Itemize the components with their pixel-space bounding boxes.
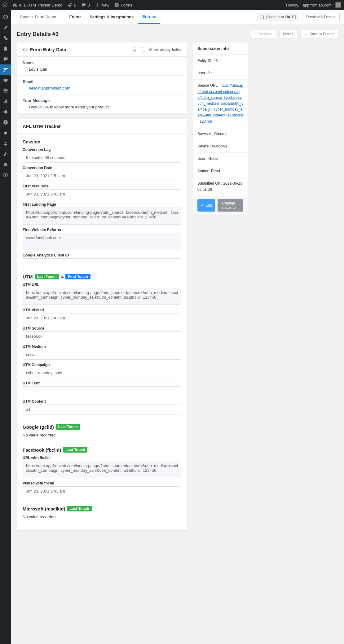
utm-medium-value: social <box>23 350 181 360</box>
submission-status: Status : Read <box>193 165 248 177</box>
wp-admin-sidebar <box>0 10 11 542</box>
entry-email-link[interactable]: hello@appfromlab.com <box>29 86 70 90</box>
menu-users[interactable] <box>0 138 11 149</box>
utm-tracker-card: AFL UTM Tracker Session Conversion Lag 9… <box>17 119 187 531</box>
menu-settings[interactable] <box>0 159 11 170</box>
menu-tools[interactable] <box>0 149 11 159</box>
fbclid-url-value: https://utm.appfromlab.com/landing-page/… <box>23 461 181 478</box>
microsoft-novalue: No value recorded. <box>23 515 181 519</box>
howdy-text: Howdy, <box>286 3 299 7</box>
utm-section-title: UTM Last Touch = First Touch <box>23 274 181 279</box>
updates-link[interactable]: 6 <box>65 0 78 10</box>
svg-point-25 <box>4 165 6 166</box>
submission-header: Submission Info <box>193 42 248 55</box>
conversion-date-value: Jun 23, 2021 2:51 am <box>23 171 181 181</box>
utm-campaign-value: cyber_monday_sale <box>23 368 181 378</box>
svg-rect-11 <box>4 89 8 90</box>
source-url-link[interactable]: https://utm.appfromlab.com/landing-page/… <box>197 83 243 123</box>
show-empty-label: Show empty fields <box>149 47 182 52</box>
next-button[interactable]: Next › <box>279 30 298 38</box>
form-entry-card: Form Entry Data Show empty fields Name L… <box>17 42 187 113</box>
edit-button[interactable]: Edit <box>197 199 215 212</box>
username[interactable]: appfromlab.com <box>303 3 332 7</box>
menu-media[interactable] <box>0 33 11 43</box>
wordpress-icon <box>2 2 7 7</box>
preview-button[interactable]: Preview & Design <box>302 13 340 21</box>
menu-products[interactable] <box>0 85 11 96</box>
site-name: AFL UTM Tracker Demo <box>19 3 62 7</box>
form-entry-header: Form Entry Data <box>30 47 66 52</box>
svg-rect-10 <box>4 79 8 82</box>
svg-point-23 <box>4 163 6 164</box>
tab-editor[interactable]: Editor <box>65 10 85 24</box>
entry-name-value: Louis Gan <box>23 67 181 72</box>
menu-plugins[interactable] <box>0 128 11 138</box>
first-visit-value: Jun 23, 2021 2:41 am <box>23 189 181 199</box>
menu-dashboard[interactable] <box>0 12 11 22</box>
avatar[interactable] <box>335 2 341 8</box>
forms-link[interactable]: Forms <box>112 0 135 10</box>
forms-label: Forms <box>121 3 132 7</box>
menu-pages[interactable] <box>0 43 11 54</box>
svg-point-19 <box>5 142 6 143</box>
facebook-badge: Last Touch <box>63 447 87 453</box>
menu-woocommerce[interactable] <box>0 75 11 85</box>
shortcode-button[interactable]: [fluentform id="1"] <box>257 13 299 21</box>
submission-source-url: Source URL : https://utm.appfromlab.com/… <box>193 80 248 128</box>
utm-term-value <box>23 386 181 396</box>
submission-browser: Browser : Chrome <box>193 128 248 140</box>
ga-client-value <box>23 258 181 268</box>
first-landing-value: https://utm.appfromlab.com/landing-page/… <box>23 208 181 225</box>
star-icon[interactable] <box>132 47 137 52</box>
first-touch-badge: First Touch <box>65 274 90 279</box>
page-title: Entry Details #3 <box>17 31 59 37</box>
submission-user: User : Guest <box>193 153 248 165</box>
utm-content-value: a1 <box>23 405 181 414</box>
first-referrer-value: www.facebook.com <box>23 233 181 250</box>
comments-link[interactable]: 0 <box>79 0 92 10</box>
last-touch-badge: Last Touch <box>35 274 59 279</box>
menu-fluent-forms[interactable] <box>0 64 11 75</box>
chevron-down-icon <box>239 204 240 207</box>
entry-row-name: Name Louis Gan <box>17 57 187 76</box>
menu-analytics[interactable] <box>0 96 11 107</box>
menu-comments[interactable] <box>0 54 11 64</box>
tab-entries[interactable]: Entries <box>138 10 160 24</box>
new-link[interactable]: New <box>92 0 112 10</box>
change-status-button[interactable]: Change status to <box>218 199 243 212</box>
submission-user-ip: User IP : <box>193 67 248 80</box>
prev-button[interactable]: ‹ Previous <box>251 30 276 38</box>
menu-appearance[interactable] <box>0 117 11 128</box>
fbclid-visited-value: Jun 23, 2021 2:41 am <box>23 486 181 496</box>
menu-collapse[interactable] <box>0 170 11 180</box>
wp-logo[interactable] <box>0 0 10 10</box>
svg-rect-14 <box>4 102 5 103</box>
svg-rect-15 <box>5 100 6 103</box>
comment-icon <box>81 2 86 7</box>
svg-point-5 <box>4 36 6 38</box>
tab-settings[interactable]: Settings & Integrations <box>85 10 138 24</box>
svg-rect-9 <box>4 71 5 72</box>
code-icon <box>23 47 28 52</box>
entry-row-message: Your Message I would like to know more a… <box>17 94 187 113</box>
svg-rect-7 <box>4 68 8 69</box>
google-novalue: No value recorded. <box>23 433 181 437</box>
svg-rect-3 <box>116 5 118 6</box>
show-empty-checkbox[interactable] <box>141 47 145 52</box>
menu-posts[interactable] <box>0 22 11 33</box>
back-button[interactable]: ← Back to Entries <box>300 30 338 38</box>
menu-marketing[interactable] <box>0 107 11 117</box>
updates-count: 6 <box>74 3 76 7</box>
site-link[interactable]: AFL UTM Tracker Demo <box>10 0 65 10</box>
forms-icon <box>114 2 119 7</box>
tab-form-name[interactable]: Contact Form Demo ... <box>15 10 65 24</box>
entry-message-value: I would like to know more about your pro… <box>23 105 181 109</box>
submission-info-card: Submission Info Entity ID: #3 User IP : … <box>193 42 248 215</box>
new-label: New <box>101 3 109 7</box>
google-badge: Last Touch <box>56 424 80 430</box>
pencil-icon <box>201 204 204 207</box>
svg-point-24 <box>6 164 7 165</box>
submission-entity-id: Entity ID: #3 <box>193 55 248 67</box>
home-icon <box>12 2 17 7</box>
form-tab-bar: Contact Form Demo ... Editor Settings & … <box>11 10 344 24</box>
